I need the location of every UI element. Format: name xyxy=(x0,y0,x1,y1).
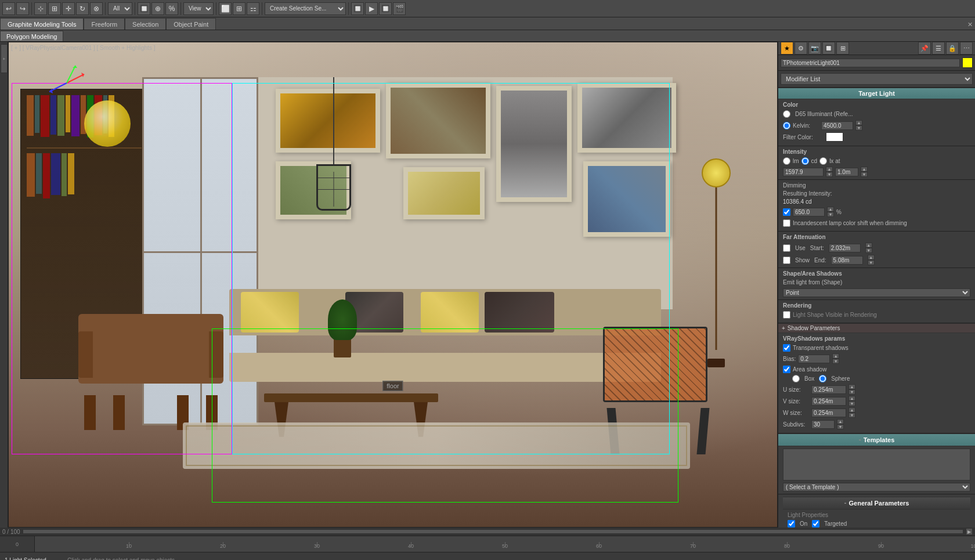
kelvin-value[interactable] xyxy=(821,121,853,130)
kelvin-down[interactable]: ▼ xyxy=(855,125,862,131)
view-dropdown[interactable]: View xyxy=(183,2,214,15)
sphere-radio[interactable] xyxy=(819,375,826,382)
percent-snap[interactable]: % xyxy=(165,2,178,15)
panel-icon-lock[interactable]: 🔒 xyxy=(946,42,959,55)
u-size-down[interactable]: ▼ xyxy=(848,389,855,395)
panel-icon-light[interactable]: ★ xyxy=(781,42,793,55)
panel-icon-extra[interactable]: ⊞ xyxy=(836,42,849,55)
shadow-params-header[interactable]: + Shadow Parameters xyxy=(778,323,975,333)
u-size-up[interactable]: ▲ xyxy=(848,384,855,389)
dimming-percent-up[interactable]: ▲ xyxy=(827,207,834,212)
far-atten-start-up[interactable]: ▲ xyxy=(865,243,872,248)
mirror-tool[interactable]: ⊞ xyxy=(233,2,245,15)
move-tool[interactable]: ✛ xyxy=(62,2,75,15)
object-name-input[interactable] xyxy=(781,59,960,67)
subdivs-input[interactable] xyxy=(811,420,835,429)
intensity-dist-up[interactable]: ▲ xyxy=(861,167,868,172)
intensity-up[interactable]: ▲ xyxy=(826,167,833,172)
w-size-input[interactable] xyxy=(811,409,846,417)
select-region[interactable]: ⊞ xyxy=(48,2,61,15)
d65-radio[interactable] xyxy=(783,110,790,118)
bias-down[interactable]: ▼ xyxy=(832,359,839,364)
angle-snap[interactable]: ⊕ xyxy=(151,2,164,15)
far-atten-end-down[interactable]: ▼ xyxy=(868,260,875,265)
render-anim[interactable]: 🎬 xyxy=(393,2,406,15)
targeted-checkbox[interactable] xyxy=(812,520,819,528)
kelvin-radio[interactable] xyxy=(783,122,790,129)
light-shape-visible-checkbox[interactable] xyxy=(783,311,790,319)
undo-button[interactable]: ↩ xyxy=(2,2,15,15)
w-size-up[interactable]: ▲ xyxy=(848,407,855,413)
snap-tool[interactable]: 🔲 xyxy=(138,2,150,15)
intensity-down[interactable]: ▼ xyxy=(826,172,833,177)
intensity-dist-down[interactable]: ▼ xyxy=(861,172,868,177)
gen-params-collapse-icon[interactable]: - xyxy=(844,499,847,507)
target-light-header[interactable]: Target Light xyxy=(778,88,975,99)
v-size-input[interactable] xyxy=(811,397,846,406)
select-tool[interactable]: ⊹ xyxy=(34,2,47,15)
templates-header[interactable]: - Templates xyxy=(778,433,975,446)
tab-polygon-modeling[interactable]: Polygon Modeling xyxy=(0,31,63,41)
tab-freeform[interactable]: Freeform xyxy=(84,18,125,30)
dimming-percent-down[interactable]: ▼ xyxy=(827,212,834,217)
incandescent-checkbox[interactable] xyxy=(783,219,790,227)
panel-icon-pin[interactable]: 📌 xyxy=(918,42,931,55)
box-radio[interactable] xyxy=(792,375,800,382)
lx-radio[interactable] xyxy=(819,157,827,165)
general-params-header[interactable]: - General Parameters xyxy=(783,497,970,510)
panel-icon-more[interactable]: ⋯ xyxy=(960,42,973,55)
template-select[interactable]: ( Select a Template ) xyxy=(783,483,970,492)
filter-color-swatch[interactable] xyxy=(826,132,843,142)
render-prod[interactable]: ▶ xyxy=(365,2,378,15)
u-size-input[interactable] xyxy=(811,385,846,394)
array-tool[interactable]: ⚏ xyxy=(247,2,259,15)
far-atten-use-checkbox[interactable] xyxy=(783,244,790,252)
render-setup[interactable]: 🔲 xyxy=(351,2,364,15)
create-selection-dropdown[interactable]: Create Selection Se... xyxy=(265,2,346,15)
far-atten-start-down[interactable]: ▼ xyxy=(865,248,872,253)
subdivs-up[interactable]: ▲ xyxy=(837,419,844,424)
transparent-shadows-checkbox[interactable] xyxy=(783,344,790,352)
rotate-tool[interactable]: ↻ xyxy=(76,2,89,15)
subdivs-down[interactable]: ▼ xyxy=(837,424,844,429)
cd-radio[interactable] xyxy=(801,157,809,165)
left-nav-btn[interactable]: + xyxy=(1,44,8,73)
panel-icon-list[interactable]: ☰ xyxy=(932,42,945,55)
tab-object-paint[interactable]: Object Paint xyxy=(166,18,216,30)
v-size-up[interactable]: ▲ xyxy=(848,396,855,401)
redo-button[interactable]: ↪ xyxy=(16,2,29,15)
render-frame[interactable]: 🔲 xyxy=(379,2,392,15)
frame-advance-btn[interactable]: ▶ xyxy=(966,528,973,535)
far-atten-end-input[interactable] xyxy=(831,256,863,265)
timeline-scale[interactable]: 10 20 30 40 50 60 70 80 90 100 xyxy=(35,536,975,552)
close-tab-btn[interactable]: ✕ xyxy=(965,20,975,30)
panel-icon-settings[interactable]: ⚙ xyxy=(795,42,807,55)
frame-progress[interactable] xyxy=(23,529,963,534)
lm-radio[interactable] xyxy=(783,157,790,165)
scale-tool[interactable]: ⊗ xyxy=(90,2,103,15)
filter-dropdown[interactable]: All xyxy=(108,2,132,15)
object-color-swatch[interactable] xyxy=(962,57,973,68)
intensity-value-input[interactable] xyxy=(783,168,824,176)
modifier-dropdown[interactable]: Modifier List xyxy=(781,73,973,85)
tab-graphite[interactable]: Graphite Modeling Tools xyxy=(0,18,84,30)
area-shadow-checkbox[interactable] xyxy=(783,366,790,373)
dimming-enabled-checkbox[interactable] xyxy=(783,208,790,216)
intensity-dist-input[interactable] xyxy=(835,168,858,176)
far-atten-end-up[interactable]: ▲ xyxy=(868,255,875,260)
bias-up[interactable]: ▲ xyxy=(832,353,839,359)
far-atten-show-checkbox[interactable] xyxy=(783,256,790,264)
v-size-down[interactable]: ▼ xyxy=(848,401,855,406)
viewport[interactable]: [ + ] [ VRayPhysicalCamera001 ] [ Smooth… xyxy=(8,42,778,528)
shape-dropdown[interactable]: Point xyxy=(783,288,970,297)
align-tool[interactable]: ⬜ xyxy=(219,2,232,15)
on-checkbox[interactable] xyxy=(788,520,795,528)
kelvin-up[interactable]: ▲ xyxy=(855,120,862,125)
templates-collapse-icon[interactable]: - xyxy=(859,436,861,444)
dimming-percent-input[interactable] xyxy=(793,208,825,216)
tab-selection[interactable]: Selection xyxy=(125,18,166,30)
bias-input[interactable] xyxy=(798,355,830,363)
panel-icon-render[interactable]: 🔲 xyxy=(822,42,835,55)
far-atten-start-input[interactable] xyxy=(829,244,861,252)
w-size-down[interactable]: ▼ xyxy=(848,413,855,418)
